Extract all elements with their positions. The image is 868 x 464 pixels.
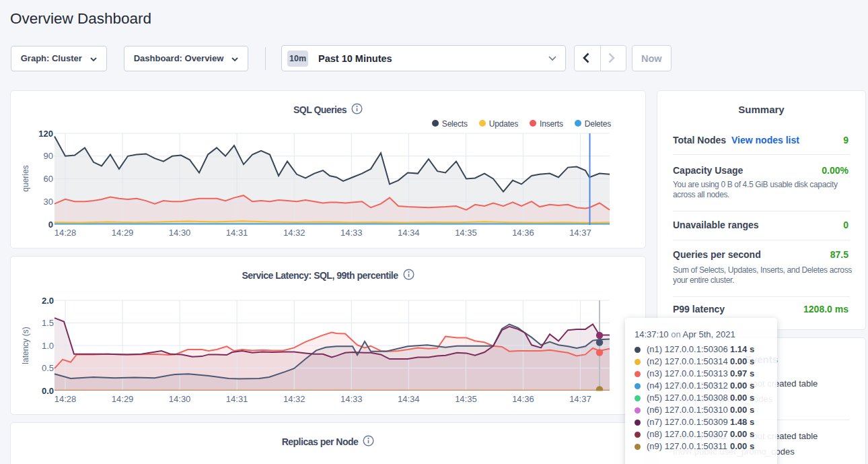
svg-text:14:36: 14:36 xyxy=(512,394,534,404)
svg-text:1.5: 1.5 xyxy=(42,318,54,328)
svg-text:latency (s): latency (s) xyxy=(21,327,30,364)
svg-text:14:35: 14:35 xyxy=(455,394,477,404)
svg-text:1.0: 1.0 xyxy=(42,341,54,351)
svg-text:14:31: 14:31 xyxy=(226,228,248,238)
svg-text:2.0: 2.0 xyxy=(42,296,54,306)
svg-text:0.5: 0.5 xyxy=(42,363,54,373)
svg-text:14:30: 14:30 xyxy=(169,394,191,404)
svg-text:14:29: 14:29 xyxy=(112,228,134,238)
svg-text:0: 0 xyxy=(48,220,53,230)
svg-text:queries: queries xyxy=(21,165,30,191)
svg-text:14:34: 14:34 xyxy=(398,394,420,404)
svg-text:14:33: 14:33 xyxy=(340,394,363,404)
svg-text:120: 120 xyxy=(38,129,53,139)
svg-text:14:32: 14:32 xyxy=(283,394,305,404)
svg-text:14:30: 14:30 xyxy=(169,228,191,238)
svg-text:14:28: 14:28 xyxy=(55,228,77,238)
svg-text:14:36: 14:36 xyxy=(512,228,534,238)
svg-text:90: 90 xyxy=(44,151,53,161)
svg-text:14:37: 14:37 xyxy=(569,228,591,238)
svg-text:14:29: 14:29 xyxy=(112,394,134,404)
svg-text:14:32: 14:32 xyxy=(283,228,305,238)
svg-text:14:28: 14:28 xyxy=(55,394,77,404)
svg-text:14:31: 14:31 xyxy=(226,394,248,404)
svg-text:0.0: 0.0 xyxy=(42,386,54,396)
svg-text:14:34: 14:34 xyxy=(398,228,420,238)
svg-text:30: 30 xyxy=(44,197,53,207)
svg-text:14:33: 14:33 xyxy=(340,228,363,238)
svg-text:14:37: 14:37 xyxy=(569,394,591,404)
svg-text:60: 60 xyxy=(44,174,53,184)
svg-text:14:35: 14:35 xyxy=(455,228,477,238)
